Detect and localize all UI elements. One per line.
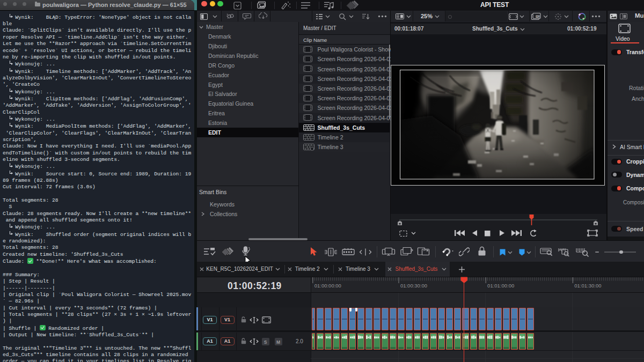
svg-text:HQ: HQ	[536, 16, 539, 18]
